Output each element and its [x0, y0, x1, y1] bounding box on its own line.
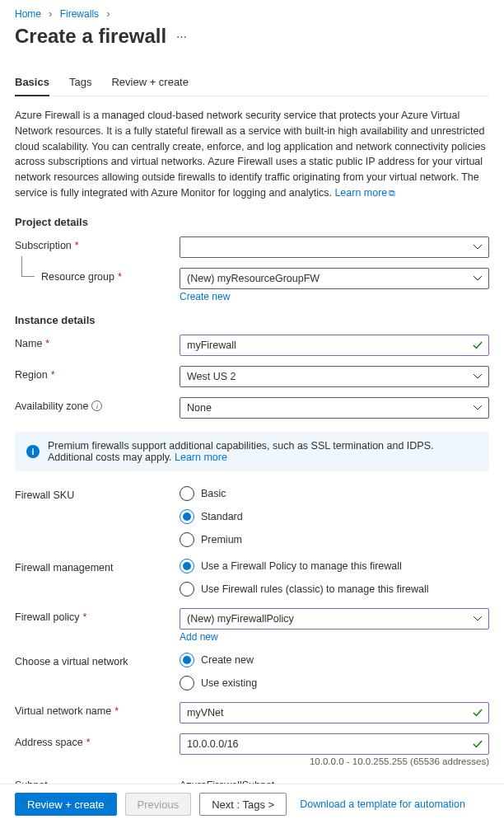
info-icon: i: [26, 445, 40, 458]
premium-info-banner: i Premium firewalls support additional c…: [15, 432, 489, 471]
chevron-right-icon: ›: [49, 8, 52, 20]
address-space-hint: 10.0.0.0 - 10.0.255.255 (65536 addresses…: [180, 756, 489, 766]
chevron-down-icon: [474, 405, 482, 410]
next-button[interactable]: Next : Tags >: [199, 793, 287, 816]
region-select[interactable]: West US 2: [180, 366, 489, 387]
checkmark-icon: [472, 339, 483, 351]
checkmark-icon: [472, 707, 483, 719]
availability-zone-select[interactable]: None: [180, 397, 489, 419]
label-resource-group: Resource group *: [15, 268, 180, 283]
create-new-rg-link[interactable]: Create new: [180, 291, 230, 302]
label-address-space: Address space *: [15, 733, 180, 748]
label-region: Region *: [15, 366, 180, 381]
firewall-policy-select[interactable]: (New) myFirewallPolicy: [180, 608, 489, 630]
learn-more-link[interactable]: Learn more⧉: [334, 187, 395, 199]
sku-basic-radio[interactable]: Basic: [180, 486, 489, 501]
more-options-icon[interactable]: ⋯: [176, 30, 187, 43]
checkmark-icon: [472, 738, 483, 750]
resource-group-select[interactable]: (New) myResourceGroupFW: [180, 268, 489, 289]
breadcrumb-firewalls[interactable]: Firewalls: [60, 8, 99, 20]
sku-standard-radio[interactable]: Standard: [180, 509, 489, 524]
management-policy-radio[interactable]: Use a Firewall Policy to manage this fir…: [180, 559, 489, 574]
label-firewall-policy: Firewall policy *: [15, 608, 180, 623]
page-title: Create a firewall: [15, 25, 166, 48]
footer-bar: Review + create Previous Next : Tags > D…: [0, 784, 504, 824]
label-name: Name *: [15, 335, 180, 349]
description-text: Azure Firewall is a managed cloud-based …: [15, 108, 489, 201]
name-input[interactable]: myFirewall: [180, 335, 489, 356]
label-firewall-management: Firewall management: [15, 559, 180, 574]
sku-premium-radio[interactable]: Premium: [180, 532, 489, 547]
section-instance-details: Instance details: [15, 314, 489, 326]
chevron-down-icon: [474, 276, 482, 281]
subscription-select[interactable]: [180, 236, 489, 258]
chevron-right-icon: ›: [106, 8, 110, 20]
chevron-down-icon: [474, 374, 482, 379]
address-space-input[interactable]: 10.0.0.0/16: [180, 733, 489, 755]
chevron-down-icon: [474, 245, 482, 250]
breadcrumb-home[interactable]: Home: [15, 8, 41, 20]
vnet-name-input[interactable]: myVNet: [180, 702, 489, 723]
learn-more-premium-link[interactable]: Learn more: [175, 452, 227, 463]
tab-review[interactable]: Review + create: [111, 71, 189, 96]
download-template-link[interactable]: Download a template for automation: [300, 798, 465, 810]
review-create-button[interactable]: Review + create: [15, 793, 117, 816]
vnet-create-radio[interactable]: Create new: [180, 653, 489, 667]
add-new-policy-link[interactable]: Add new: [180, 631, 218, 643]
tab-tags[interactable]: Tags: [69, 71, 91, 96]
external-link-icon: ⧉: [389, 188, 395, 198]
vnet-existing-radio[interactable]: Use existing: [180, 676, 489, 691]
chevron-down-icon: [474, 616, 482, 621]
management-classic-radio[interactable]: Use Firewall rules (classic) to manage t…: [180, 582, 489, 597]
breadcrumb: Home › Firewalls ›: [15, 8, 489, 20]
label-firewall-sku: Firewall SKU: [15, 486, 180, 501]
label-subscription: Subscription *: [15, 236, 180, 251]
label-availability-zone: Availability zone i: [15, 397, 180, 412]
tabs: Basics Tags Review + create: [15, 71, 489, 96]
label-vnet-name: Virtual network name *: [15, 702, 180, 717]
section-project-details: Project details: [15, 216, 489, 228]
info-icon[interactable]: i: [91, 400, 102, 411]
previous-button: Previous: [125, 793, 192, 816]
tab-basics[interactable]: Basics: [15, 71, 49, 96]
label-choose-vnet: Choose a virtual network: [15, 653, 180, 667]
